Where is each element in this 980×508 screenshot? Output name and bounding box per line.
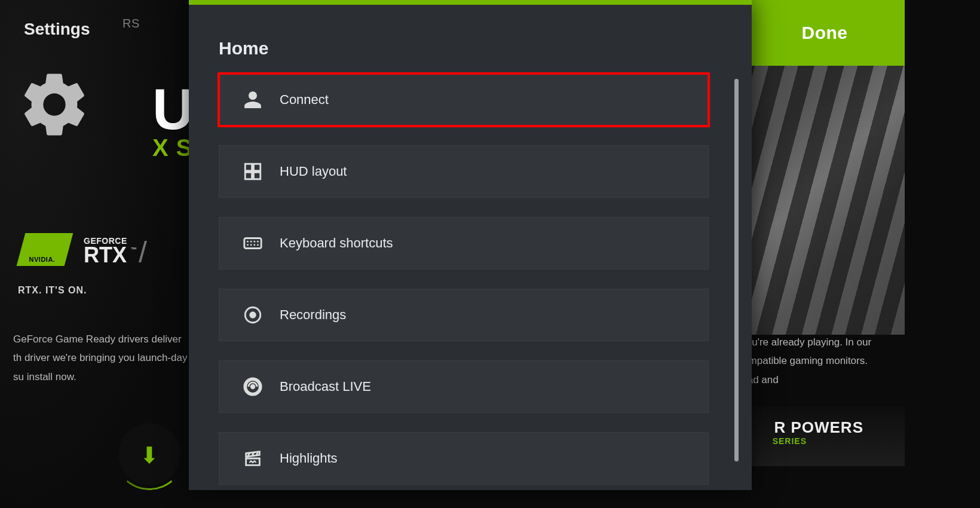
broadcast-icon <box>240 374 265 399</box>
settings-item-keyboard-shortcuts[interactable]: Keyboard shortcuts <box>219 217 709 270</box>
rtx-tagline: RTX. IT'S ON. <box>18 285 87 296</box>
settings-heading: Settings <box>24 20 90 39</box>
nav-fragment: RS <box>122 17 140 30</box>
slash-divider: / <box>139 235 147 270</box>
clapper-icon <box>240 446 265 471</box>
download-button[interactable]: ⬇ <box>114 418 185 490</box>
layout-icon <box>240 159 265 184</box>
nvidia-badge: NVIDIA. <box>17 233 74 266</box>
settings-item-label: Keyboard shortcuts <box>280 235 393 251</box>
gear-icon-large <box>10 60 99 149</box>
panel-accent-bar <box>189 0 752 5</box>
settings-item-label: Connect <box>280 92 329 108</box>
settings-item-label: Broadcast LIVE <box>280 379 371 394</box>
settings-item-label: HUD layout <box>280 164 347 179</box>
powers-title: R POWERS <box>774 418 863 437</box>
settings-item-broadcast-live[interactable]: Broadcast LIVE <box>219 360 709 413</box>
done-button[interactable]: Done <box>745 0 905 66</box>
panel-title: Home <box>219 38 268 59</box>
settings-item-label: Recordings <box>280 307 346 323</box>
settings-item-label: Highlights <box>280 451 338 466</box>
keyboard-icon <box>240 231 265 256</box>
record-icon <box>240 302 265 328</box>
rtx-logo-text: GEFORCE RTX™ <box>84 236 127 265</box>
settings-item-highlights[interactable]: Highlights <box>219 432 709 485</box>
settings-item-recordings[interactable]: Recordings <box>219 289 709 341</box>
settings-item-hud-layout[interactable]: HUD layout <box>219 145 709 198</box>
settings-panel: Home ConnectHUD layoutKeyboard shortcuts… <box>189 0 752 490</box>
driver-description-left: GeForce Game Ready drivers deliver th dr… <box>13 330 192 386</box>
settings-item-connect[interactable]: Connect <box>219 74 709 126</box>
person-icon <box>240 87 265 112</box>
download-arrow-icon: ⬇ <box>140 442 159 469</box>
panel-scrollbar[interactable] <box>734 79 739 461</box>
powers-subtitle: SERIES <box>773 436 807 446</box>
